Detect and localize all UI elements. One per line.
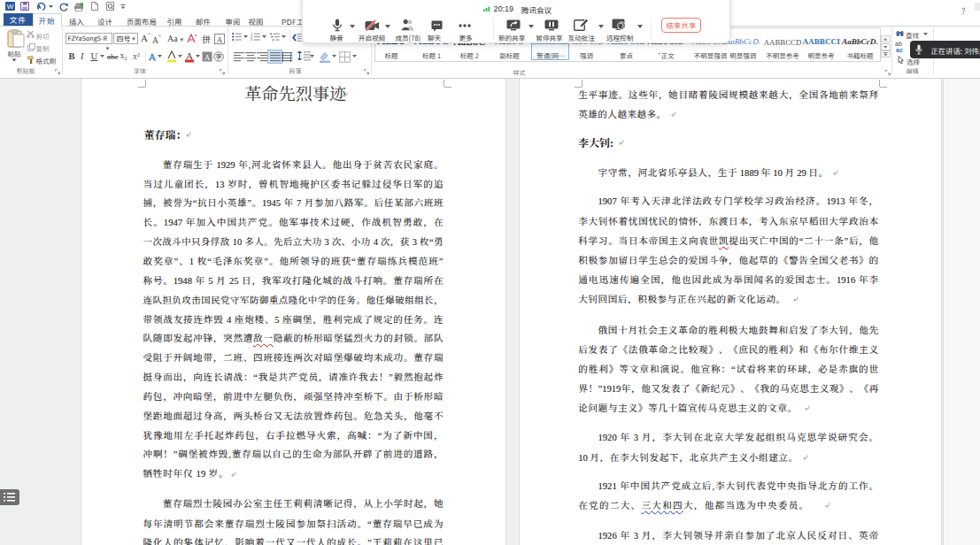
svg-text:A: A — [204, 52, 211, 61]
svg-text:A: A — [216, 35, 222, 43]
svg-text:A: A — [186, 50, 193, 61]
svg-text:拼: 拼 — [202, 34, 211, 44]
svg-text:W: W — [6, 3, 13, 11]
svg-text:3: 3 — [251, 38, 252, 42]
svg-text:字: 字 — [215, 51, 222, 61]
